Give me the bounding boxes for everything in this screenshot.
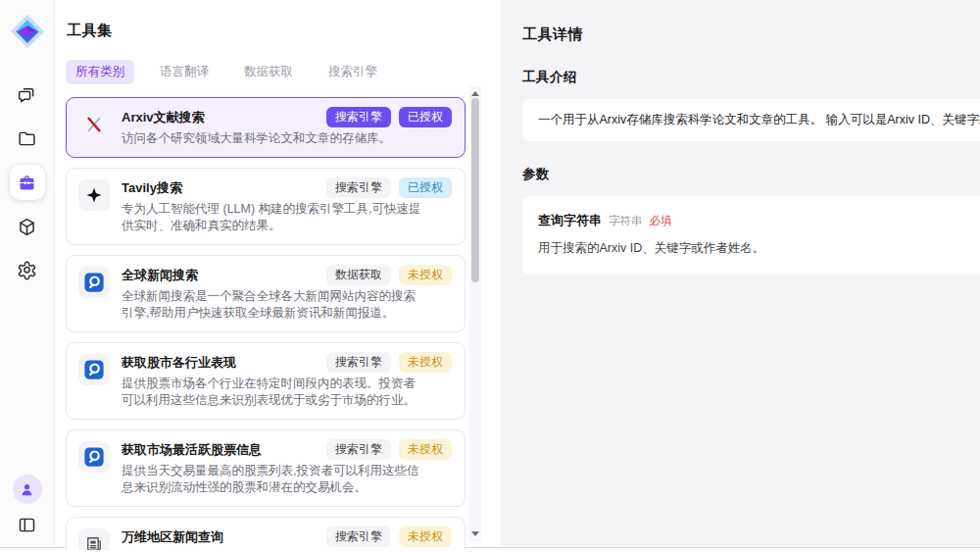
sparkle-icon [78,179,110,211]
rail-nav [10,76,45,288]
tab-language-translation[interactable]: 语言翻译 [150,60,219,84]
user-icon [19,481,35,498]
tool-description: 查询具体行政区划内的新闻,快速了解各地新闻动 [122,550,452,551]
blue-search-icon [78,354,110,385]
tool-title: 获取市场最活跃股票信息 [122,439,318,458]
tool-card[interactable]: Tavily搜索搜索引擎已授权专为人工智能代理 (LLM) 构建的搜索引擎工具,… [66,168,466,245]
tool-card[interactable]: 获取市场最活跃股票信息搜索引擎未授权提供当天交易量最高的股票列表,投资者可以利用… [66,429,466,507]
category-tabs: 所有类别语言翻译数据获取搜索引擎 [66,60,501,84]
scrollbar-thumb[interactable] [471,98,479,282]
param-name: 查询字符串 [538,212,602,229]
sidebar-item-chat[interactable] [10,76,45,112]
category-badge: 搜索引擎 [326,439,391,460]
status-badge: 已授权 [399,177,452,198]
tool-description: 专为人工智能代理 (LLM) 构建的搜索引擎工具,可快速提供实时、准确和真实的结… [122,201,452,235]
tool-description: 提供股票市场各个行业在特定时间段内的表现。投资者可以利用这些信息来识别表现优于或… [122,376,452,410]
category-badge: 搜索引擎 [326,107,391,127]
folder-icon [17,128,37,149]
newspaper-icon [78,528,110,551]
gem-logo-icon [9,10,46,53]
blue-search-icon [78,267,110,298]
tool-list: Arxiv文献搜索搜索引擎已授权访问各个研究领域大量科学论文和文章的存储库。Ta… [66,97,466,550]
tool-title: 全球新闻搜索 [122,265,318,283]
left-rail [0,0,55,547]
tool-description: 全球新闻搜索是一个聚合全球各大新闻网站内容的搜索引擎,帮助用户快速获取全球最新资… [122,288,452,323]
sidebar-item-settings[interactable] [10,253,45,288]
tool-card[interactable]: 万维地区新闻查询搜索引擎未授权查询具体行政区划内的新闻,快速了解各地新闻动 [66,517,466,551]
app-window: 工具集 所有类别语言翻译数据获取搜索引擎 Arxiv文献搜索搜索引擎已授权访问各… [0,0,980,548]
status-badge: 未授权 [399,352,452,373]
user-avatar[interactable] [13,475,42,504]
sidebar-item-models[interactable] [10,209,45,244]
tool-title: 万维地区新闻查询 [122,527,318,545]
scroll-down-arrow-icon[interactable] [471,531,479,536]
tab-all-categories[interactable]: 所有类别 [66,60,134,84]
tool-title: Tavily搜索 [122,177,318,196]
tool-detail-panel: 工具详情 工具介绍 一个用于从Arxiv存储库搜索科学论文和文章的工具。 输入可… [501,0,980,547]
param-type: 字符串 [609,214,643,228]
status-badge: 已授权 [399,107,452,127]
tab-data-fetch[interactable]: 数据获取 [234,60,303,84]
list-scrollbar[interactable] [469,86,481,541]
tool-card[interactable]: 全球新闻搜索数据获取未授权全球新闻搜索是一个聚合全球各大新闻网站内容的搜索引擎,… [66,255,466,332]
intro-heading: 工具介绍 [522,69,980,86]
status-badge: 未授权 [399,439,452,460]
status-badge: 未授权 [399,265,452,285]
tool-description: 提供当天交易量最高的股票列表,投资者可以利用这些信息来识别流动性强的股票和潜在的… [122,463,452,497]
tab-search-engine[interactable]: 搜索引擎 [318,60,387,84]
tool-list-panel: 工具集 所有类别语言翻译数据获取搜索引擎 Arxiv文献搜索搜索引擎已授权访问各… [55,0,501,547]
tool-title: 获取股市各行业表现 [122,352,318,371]
chat-icon [17,84,37,105]
gear-icon [17,261,37,281]
blue-search-icon [78,441,110,473]
category-badge: 搜索引擎 [326,177,391,198]
param-card: 查询字符串 字符串 必填 用于搜索的Arxiv ID、关键字或作者姓名。 [522,196,980,275]
rail-bottom [13,475,42,547]
tool-card[interactable]: 获取股市各行业表现搜索引擎未授权提供股票市场各个行业在特定时间段内的表现。投资者… [66,342,466,420]
scroll-up-arrow-icon[interactable] [471,91,479,96]
category-badge: 搜索引擎 [326,352,391,373]
sidebar-item-files[interactable] [10,121,45,156]
tool-intro-card: 一个用于从Arxiv存储库搜索科学论文和文章的工具。 输入可以是Arxiv ID… [522,99,980,141]
package-icon [17,217,37,237]
tool-description: 访问各个研究领域大量科学论文和文章的存储库。 [122,130,452,148]
page-title: 工具集 [67,22,501,40]
params-heading: 参数 [522,166,980,183]
category-badge: 搜索引擎 [326,527,391,547]
tool-card[interactable]: Arxiv文献搜索搜索引擎已授权访问各个研究领域大量科学论文和文章的存储库。 [66,97,466,158]
tool-title: Arxiv文献搜索 [122,107,318,125]
toolbox-icon [17,173,37,193]
status-badge: 未授权 [399,527,452,547]
detail-title: 工具详情 [522,25,980,44]
param-required-badge: 必填 [650,214,672,228]
category-badge: 数据获取 [326,265,391,285]
sidebar-item-toolbox[interactable] [10,165,45,200]
panel-toggle-icon[interactable] [17,515,37,535]
arxiv-icon [78,109,110,140]
param-description: 用于搜索的Arxiv ID、关键字或作者姓名。 [538,240,980,257]
